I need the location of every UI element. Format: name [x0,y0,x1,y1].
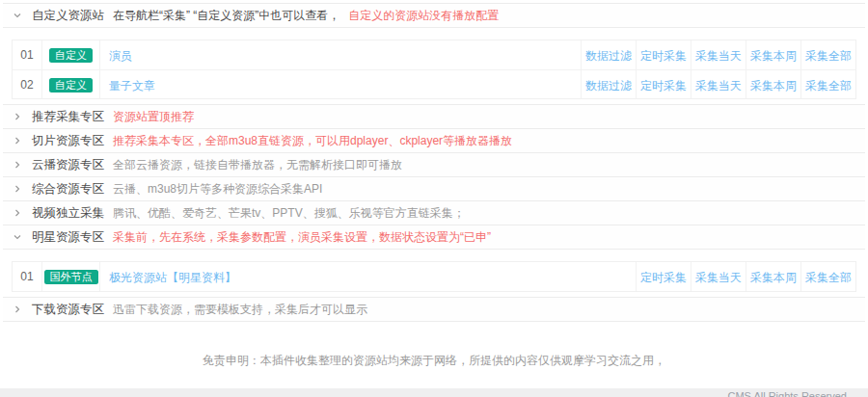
action-link[interactable]: 数据过滤 [585,49,632,63]
action-link[interactable]: 采集全部 [805,79,852,93]
section-custom: 自定义资源站在导航栏“采集” “自定义资源”中也可以查看，自定义的资源站没有播放… [3,4,865,105]
type-badge: 国外节点 [44,270,98,284]
chevron-down-icon [13,232,26,242]
action-link-cell: 采集本周 [746,40,800,69]
action-link[interactable]: 采集当天 [695,271,742,284]
section-header-slice[interactable]: 切片资源专区推荐采集本专区，全部m3u8直链资源，可以用dplayer、ckpl… [3,129,865,153]
section-desc: 自定义的资源站没有播放配置 [348,8,499,24]
section-recommend: 推荐采集专区资源站置顶推荐 [3,105,865,129]
table-row: 02自定义量子文章数据过滤定时采集采集当天采集本周采集全部 [13,69,855,98]
action-link-cell: 采集当天 [691,40,746,69]
action-link-cell: 采集全部 [800,70,855,98]
section-content-star: 01国外节点极光资源站【明星资料】定时采集采集当天采集本周采集全部 [3,250,865,298]
action-link-cell: 采集本周 [746,262,800,291]
action-link[interactable]: 定时采集 [640,271,687,284]
action-link[interactable]: 采集本周 [750,271,797,284]
section-desc: 推荐采集本专区，全部m3u8直链资源，可以用dplayer、ckplayer等播… [113,133,512,149]
action-link[interactable]: 定时采集 [640,49,687,63]
action-link[interactable]: 采集当天 [695,79,742,93]
action-link-cell: 采集当天 [691,262,746,291]
chevron-right-icon [13,304,26,314]
action-link[interactable]: 采集全部 [805,49,852,63]
section-star: 明星资源专区采集前，先在系统，采集参数配置，演员采集设置，数据状态设置为“已申”… [3,225,865,298]
badge-cell: 自定义 [42,40,100,69]
action-link[interactable]: 采集本周 [750,79,797,93]
section-content-custom: 01自定义演员数据过滤定时采集采集当天采集本周采集全部02自定义量子文章数据过滤… [3,28,865,105]
section-desc: 资源站置顶推荐 [113,109,194,125]
section-title: 推荐采集专区 [32,109,104,125]
section-desc: 云播、m3u8切片等多种资源综合采集API [113,181,322,198]
section-composite: 综合资源专区云播、m3u8切片等多种资源综合采集API [3,177,865,201]
disclaimer-text: 免责申明：本插件收集整理的资源站均来源于网络，所提供的内容仅供观摩学习交流之用， [0,353,868,369]
action-link-cell: 采集全部 [800,262,855,291]
footer-bar: CMS All Rights Reserved [0,388,868,397]
section-title: 综合资源专区 [32,181,104,198]
section-title: 下载资源专区 [32,302,104,318]
action-link[interactable]: 采集本周 [750,49,797,63]
resource-table: 01自定义演员数据过滤定时采集采集当天采集本周采集全部02自定义量子文章数据过滤… [12,40,856,99]
row-index: 01 [13,40,42,69]
badge-cell: 国外节点 [42,262,100,291]
action-link[interactable]: 定时采集 [640,79,687,93]
chevron-right-icon [13,112,26,121]
action-link-cell: 定时采集 [636,40,691,69]
resource-collapse-list: 自定义资源站在导航栏“采集” “自定义资源”中也可以查看，自定义的资源站没有播放… [3,3,865,322]
section-title: 视频独立采集 [32,205,104,222]
action-link-cell: 采集当天 [691,70,746,98]
chevron-right-icon [13,136,26,146]
action-link-cell: 数据过滤 [581,70,636,98]
action-link[interactable]: 采集当天 [695,49,742,63]
action-link-cell: 定时采集 [636,262,691,291]
row-index: 01 [13,262,42,291]
row-index: 02 [13,70,42,98]
section-title: 明星资源专区 [32,229,104,246]
badge-cell: 自定义 [42,70,100,98]
resource-name-link[interactable]: 演员 [109,49,132,63]
type-badge: 自定义 [49,48,93,63]
chevron-right-icon [13,160,26,170]
type-badge: 自定义 [49,78,93,93]
action-link-cell: 数据过滤 [581,40,636,69]
action-link-cell: 采集本周 [746,70,800,98]
resource-name-link[interactable]: 极光资源站【明星资料】 [109,271,236,284]
section-title: 云播资源专区 [32,157,104,173]
section-desc: 采集前，先在系统，采集参数配置，演员采集设置，数据状态设置为“已申” [113,229,491,246]
section-header-cloud[interactable]: 云播资源专区全部云播资源，链接自带播放器，无需解析接口即可播放 [3,153,865,177]
section-cloud: 云播资源专区全部云播资源，链接自带播放器，无需解析接口即可播放 [3,153,865,177]
section-video: 视频独立采集腾讯、优酷、爱奇艺、芒果tv、PPTV、搜狐、乐视等官方直链采集； [3,201,865,225]
chevron-down-icon [13,11,26,20]
action-link[interactable]: 数据过滤 [585,79,632,93]
section-desc: 在导航栏“采集” “自定义资源”中也可以查看， [113,8,339,24]
section-desc: 腾讯、优酷、爱奇艺、芒果tv、PPTV、搜狐、乐视等官方直链采集； [113,205,465,222]
section-title: 自定义资源站 [32,8,104,24]
chevron-right-icon [13,208,26,218]
action-link[interactable]: 采集全部 [805,271,852,284]
resource-name-link[interactable]: 量子文章 [109,79,155,93]
table-row: 01国外节点极光资源站【明星资料】定时采集采集当天采集本周采集全部 [13,262,855,291]
section-slice: 切片资源专区推荐采集本专区，全部m3u8直链资源，可以用dplayer、ckpl… [3,129,865,153]
section-header-star[interactable]: 明星资源专区采集前，先在系统，采集参数配置，演员采集设置，数据状态设置为“已申” [3,225,865,250]
section-title: 切片资源专区 [32,133,104,149]
action-link-cell: 采集全部 [800,40,855,69]
name-cell: 量子文章 [100,70,581,98]
action-link-cell: 定时采集 [636,70,691,98]
chevron-right-icon [13,184,26,194]
section-header-video[interactable]: 视频独立采集腾讯、优酷、爱奇艺、芒果tv、PPTV、搜狐、乐视等官方直链采集； [3,201,865,225]
table-row: 01自定义演员数据过滤定时采集采集当天采集本周采集全部 [13,40,855,69]
name-cell: 演员 [100,40,581,69]
resource-table: 01国外节点极光资源站【明星资料】定时采集采集当天采集本周采集全部 [12,261,856,292]
name-cell: 极光资源站【明星资料】 [100,262,636,291]
section-download: 下载资源专区迅雷下载资源，需要模板支持，采集后才可以显示 [3,298,865,322]
section-header-custom[interactable]: 自定义资源站在导航栏“采集” “自定义资源”中也可以查看，自定义的资源站没有播放… [3,4,865,28]
section-header-composite[interactable]: 综合资源专区云播、m3u8切片等多种资源综合采集API [3,177,865,201]
copyright-text: CMS All Rights Reserved [0,390,868,397]
section-desc: 全部云播资源，链接自带播放器，无需解析接口即可播放 [113,157,402,173]
section-header-download[interactable]: 下载资源专区迅雷下载资源，需要模板支持，采集后才可以显示 [3,298,865,322]
section-header-recommend[interactable]: 推荐采集专区资源站置顶推荐 [3,105,865,129]
section-desc: 迅雷下载资源，需要模板支持，采集后才可以显示 [113,302,367,318]
